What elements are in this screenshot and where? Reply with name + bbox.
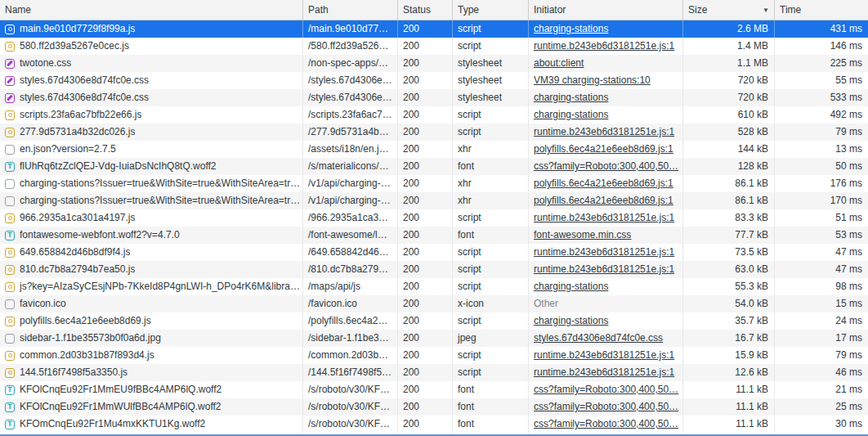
initiator-link[interactable]: runtime.b243eb6d3181251e.js:1	[534, 366, 674, 378]
size-cell: 720 kB	[683, 89, 775, 106]
status-cell: 200	[398, 72, 453, 89]
image-thumbnail-icon	[5, 334, 15, 344]
table-row[interactable]: 966.2935a1ca301a4197.js/966.2935a1ca3…20…	[0, 209, 868, 227]
path-cell: /s/materialicons/…	[303, 158, 398, 175]
initiator-link[interactable]: css?family=Roboto:300,400,50…	[534, 401, 678, 412]
time-cell: 533 ms	[775, 89, 868, 106]
table-row[interactable]: 277.9d5731a4b32dc026.js/277.9d5731a4b…20…	[0, 124, 868, 141]
table-row[interactable]: 580.ff2d39a5267e0cec.js/580.ff2d39a526…2…	[0, 38, 868, 55]
table-row[interactable]: twotone.css/non-spec-apps/…200stylesheet…	[0, 55, 868, 72]
document-icon	[5, 196, 15, 206]
request-name-cell: common.2d03b31b87f893d4.js	[0, 347, 303, 364]
status-cell: 200	[398, 55, 453, 72]
initiator-link[interactable]: font-awesome.min.css	[534, 229, 631, 240]
script-icon	[5, 110, 15, 120]
table-row[interactable]: 144.5f16f7498f5a3350.js/144.5f16f7498f5……	[0, 364, 868, 381]
table-row[interactable]: 810.dc7b8a2794b7ea50.js/810.dc7b8a279…20…	[0, 261, 868, 278]
column-label: Name	[5, 4, 31, 16]
initiator-cell: runtime.b243eb6d3181251e.js:1	[529, 209, 683, 227]
request-name: KFOlCnqEu92Fr1MmWUlfBBc4AMP6lQ.woff2	[20, 398, 221, 416]
path-cell: /scripts.23fa6ac7…	[303, 106, 398, 124]
request-name: fontawesome-webfont.woff2?v=4.7.0	[20, 227, 180, 244]
path-cell: /sidebar-1.f1be3…	[303, 330, 398, 347]
request-name-cell: js?key=AIzaSyCEsjNPb-7KkeId8P4gnLWI-h_DP…	[0, 278, 303, 295]
initiator-link[interactable]: styles.67d4306e8d74fc0e.css	[534, 332, 663, 344]
path-cell: /810.dc7b8a279…	[303, 261, 398, 278]
script-icon	[5, 25, 15, 34]
table-row[interactable]: charging-stations?Issuer=true&WithSite=t…	[0, 175, 868, 192]
column-header-time[interactable]: Time	[775, 0, 868, 20]
table-row[interactable]: styles.67d4306e8d74fc0e.css/styles.67d43…	[0, 89, 868, 106]
table-row[interactable]: TKFOmCnqEu92Fr1Mu4mxKKTU1Kg.woff2/s/robo…	[0, 416, 868, 433]
initiator-link[interactable]: charging-stations	[534, 315, 608, 326]
status-cell: 200	[398, 158, 453, 175]
column-header-name[interactable]: Name	[0, 0, 303, 20]
column-header-status[interactable]: Status	[398, 0, 453, 20]
initiator-link[interactable]: polyfills.6ec4a21e6eeb8d69.js:1	[534, 195, 673, 206]
request-name-cell: 277.9d5731a4b32dc026.js	[0, 124, 303, 141]
request-name: charging-stations?Issuer=true&WithSite=t…	[20, 192, 299, 209]
initiator-link[interactable]: charging-stations	[534, 281, 608, 292]
column-header-size[interactable]: Size▼	[683, 0, 775, 20]
type-cell: xhr	[453, 175, 529, 192]
table-row[interactable]: TKFOlCnqEu92Fr1MmWUlfBBc4AMP6lQ.woff2/s/…	[0, 398, 868, 416]
table-row[interactable]: main.9e010d7729f8f99a.js/main.9e010d77…2…	[0, 20, 868, 38]
initiator-link[interactable]: charging-stations	[534, 109, 608, 120]
type-cell: font	[453, 398, 529, 416]
table-row[interactable]: charging-stations?Issuer=true&WithSite=t…	[0, 192, 868, 209]
column-header-initiator[interactable]: Initiator	[529, 0, 683, 20]
initiator-link[interactable]: css?family=Roboto:300,400,50…	[534, 418, 678, 429]
initiator-link[interactable]: runtime.b243eb6d3181251e.js:1	[534, 212, 674, 223]
type-cell: script	[453, 20, 529, 38]
status-cell: 200	[398, 330, 453, 347]
request-name-cell: twotone.css	[0, 55, 303, 72]
initiator-link[interactable]: polyfills.6ec4a21e6eeb8d69.js:1	[534, 178, 673, 189]
time-cell: 25 ms	[775, 398, 868, 416]
initiator-link[interactable]: runtime.b243eb6d3181251e.js:1	[534, 126, 674, 137]
status-cell: 200	[398, 295, 453, 312]
column-header-type[interactable]: Type	[453, 0, 529, 20]
initiator-cell: polyfills.6ec4a21e6eeb8d69.js:1	[529, 175, 683, 192]
request-name-cell: styles.67d4306e8d74fc0e.css	[0, 89, 303, 106]
table-row[interactable]: common.2d03b31b87f893d4.js/common.2d03b……	[0, 347, 868, 364]
initiator-cell: css?family=Roboto:300,400,50…	[529, 158, 683, 175]
column-header-path[interactable]: Path	[303, 0, 398, 20]
initiator-link[interactable]: css?family=Roboto:300,400,50…	[534, 384, 678, 395]
request-name: main.9e010d7729f8f99a.js	[20, 20, 135, 38]
request-name-cell: 144.5f16f7498f5a3350.js	[0, 364, 303, 381]
table-row[interactable]: en.json?version=2.7.5/assets/i18n/en.j…2…	[0, 141, 868, 158]
table-row[interactable]: 649.658842d46b8df9f4.js/649.658842d46…20…	[0, 244, 868, 261]
path-cell: /common.2d03b…	[303, 347, 398, 364]
path-cell: /144.5f16f7498f5…	[303, 364, 398, 381]
initiator-link[interactable]: runtime.b243eb6d3181251e.js:1	[534, 246, 674, 258]
time-cell: 46 ms	[775, 364, 868, 381]
initiator-cell: runtime.b243eb6d3181251e.js:1	[529, 364, 683, 381]
initiator-link[interactable]: runtime.b243eb6d3181251e.js:1	[534, 263, 674, 275]
initiator-link[interactable]: about:client	[534, 57, 584, 69]
table-row[interactable]: styles.67d4306e8d74fc0e.css/styles.67d43…	[0, 72, 868, 89]
table-row[interactable]: TKFOlCnqEu92Fr1MmEU9fBBc4AMP6lQ.woff2/s/…	[0, 381, 868, 398]
status-cell: 200	[398, 175, 453, 192]
font-icon: T	[5, 385, 15, 395]
initiator-link[interactable]: polyfills.6ec4a21e6eeb8d69.js:1	[534, 143, 673, 155]
table-row[interactable]: js?key=AIzaSyCEsjNPb-7KkeId8P4gnLWI-h_DP…	[0, 278, 868, 295]
request-name-cell: main.9e010d7729f8f99a.js	[0, 20, 303, 38]
initiator-link[interactable]: runtime.b243eb6d3181251e.js:1	[534, 349, 674, 361]
time-cell: 21 ms	[775, 381, 868, 398]
initiator-link[interactable]: css?family=Roboto:300,400,50…	[534, 160, 678, 172]
status-cell: 200	[398, 20, 453, 38]
request-name: 810.dc7b8a2794b7ea50.js	[20, 261, 135, 278]
initiator-link[interactable]: charging-stations	[534, 23, 608, 34]
table-row[interactable]: sidebar-1.f1be35573b0f0a6d.jpg/sidebar-1…	[0, 330, 868, 347]
initiator-link[interactable]: runtime.b243eb6d3181251e.js:1	[534, 40, 674, 52]
table-row[interactable]: polyfills.6ec4a21e6eeb8d69.js/polyfills.…	[0, 312, 868, 330]
status-cell: 200	[398, 364, 453, 381]
table-row[interactable]: Tfontawesome-webfont.woff2?v=4.7.0/font-…	[0, 227, 868, 244]
table-row[interactable]: favicon.ico/favicon.ico200x-iconOther54.…	[0, 295, 868, 312]
script-icon	[5, 351, 15, 361]
initiator-link[interactable]: charging-stations	[534, 92, 608, 103]
stylesheet-icon	[5, 59, 15, 69]
table-row[interactable]: TflUhRq6tzZclQEJ-Vdg-IuiaDsNcIhQ8tQ.woff…	[0, 158, 868, 175]
initiator-link[interactable]: VM39 charging-stations:10	[534, 74, 651, 86]
table-row[interactable]: scripts.23fa6ac7bfb22e66.js/scripts.23fa…	[0, 106, 868, 124]
